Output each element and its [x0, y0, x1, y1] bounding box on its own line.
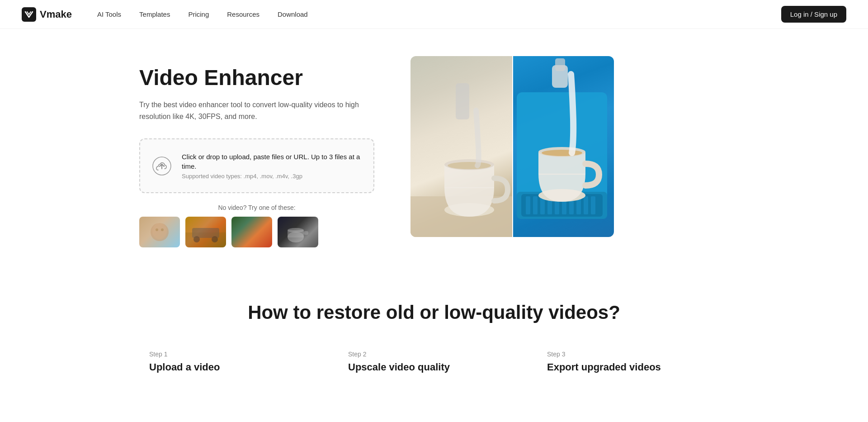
svg-point-11 — [288, 228, 304, 232]
step-3-label: Step 3 — [547, 351, 719, 358]
thumb-overlay-4 — [278, 217, 318, 247]
svg-point-2 — [152, 223, 167, 239]
before-image-svg — [410, 56, 512, 237]
sample-video-3[interactable] — [231, 217, 272, 247]
thumb-overlay-1 — [139, 217, 180, 247]
logo-link[interactable]: Vmake — [22, 7, 72, 22]
step-3-title: Export upgraded videos — [547, 361, 719, 373]
upload-sub-text: Supported video types: .mp4, .mov, .m4v,… — [182, 173, 363, 180]
sample-video-1[interactable] — [139, 217, 180, 247]
comparison-before — [410, 56, 512, 237]
svg-rect-38 — [555, 58, 565, 71]
svg-point-18 — [448, 162, 491, 169]
nav-pricing[interactable]: Pricing — [181, 7, 216, 22]
upload-icon — [151, 155, 173, 177]
comparison-divider — [512, 56, 513, 237]
hero-subtitle: Try the best video enhancer tool to conv… — [139, 99, 374, 122]
upload-text: Click or drop to upload, paste files or … — [182, 152, 363, 180]
steps-row: Step 1 Upload a video Step 2 Upscale vid… — [139, 351, 729, 373]
upload-box[interactable]: Click or drop to upload, paste files or … — [139, 138, 374, 193]
nav-resources[interactable]: Resources — [220, 7, 267, 22]
upload-main-text: Click or drop to upload, paste files or … — [182, 152, 363, 171]
login-signup-button[interactable]: Log in / Sign up — [781, 6, 846, 23]
logo-icon — [22, 7, 36, 22]
comparison-after — [512, 56, 614, 237]
thumb-1-image — [146, 217, 173, 247]
nav-links: AI Tools Templates Pricing Resources Dow… — [90, 7, 781, 22]
sample-thumbs — [139, 217, 374, 247]
hero-title: Video Enhancer — [139, 65, 374, 90]
nav-ai-tools[interactable]: AI Tools — [90, 7, 128, 22]
sample-label: No video? Try one of these: — [139, 204, 374, 211]
thumb-overlay-3 — [231, 217, 272, 247]
brand-name: Vmake — [40, 9, 72, 20]
step-2-label: Step 2 — [348, 351, 520, 358]
svg-rect-31 — [584, 196, 588, 214]
svg-point-8 — [212, 236, 218, 242]
sample-video-2[interactable] — [185, 217, 226, 247]
how-section: How to restore old or low-quality videos… — [118, 266, 750, 400]
step-1: Step 1 Upload a video — [149, 351, 321, 373]
step-2: Step 2 Upscale video quality — [348, 351, 520, 373]
nav-templates[interactable]: Templates — [132, 7, 177, 22]
upload-cloud-icon — [152, 156, 172, 176]
svg-rect-24 — [533, 196, 538, 214]
svg-rect-23 — [526, 196, 530, 214]
step-3: Step 3 Export upgraded videos — [547, 351, 719, 373]
after-image-svg — [512, 56, 614, 237]
comparison-image — [410, 56, 614, 237]
hero-right — [410, 56, 614, 237]
svg-rect-19 — [456, 83, 469, 119]
nav-actions: Log in / Sign up — [781, 6, 846, 23]
navbar: Vmake AI Tools Templates Pricing Resourc… — [0, 0, 868, 29]
thumb-2-image — [185, 217, 226, 247]
hero-left: Video Enhancer Try the best video enhanc… — [139, 56, 374, 247]
svg-point-7 — [193, 236, 200, 242]
step-1-label: Step 1 — [149, 351, 321, 358]
svg-point-36 — [542, 150, 582, 156]
thumb-4-image — [278, 217, 318, 247]
svg-point-3 — [156, 228, 158, 231]
step-1-title: Upload a video — [149, 361, 321, 373]
svg-point-4 — [161, 228, 164, 231]
how-section-title: How to restore old or low-quality videos… — [139, 302, 729, 323]
svg-rect-12 — [304, 231, 308, 235]
svg-rect-32 — [591, 196, 595, 214]
sample-video-4[interactable] — [278, 217, 318, 247]
step-2-title: Upscale video quality — [348, 361, 520, 373]
hero-section: Video Enhancer Try the best video enhanc… — [118, 29, 750, 266]
nav-download[interactable]: Download — [270, 7, 315, 22]
thumb-overlay-2 — [185, 217, 226, 247]
